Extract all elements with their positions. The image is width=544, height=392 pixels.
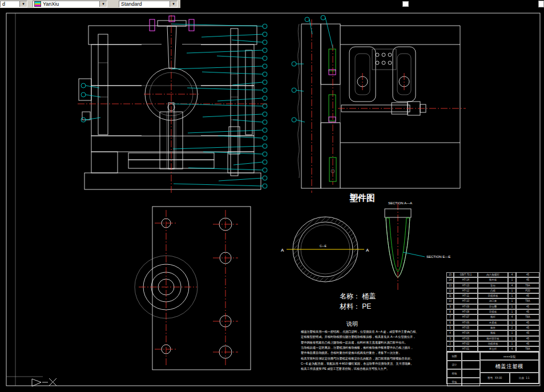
- parts-row: 14HT-14推件板145: [446, 277, 539, 282]
- notes-line: 当动模后退一定距离后，注塑机顶杆推动推板，推杆推动推件板将塑件从凸模上脱出，: [301, 346, 413, 350]
- layer-dropdown-value: YanXiu: [41, 1, 99, 7]
- part-figure-title: 塑件图: [349, 193, 375, 203]
- plate-top-view: [135, 207, 251, 370]
- drawing-number: XX-00: [495, 377, 502, 379]
- sig-value: [462, 369, 480, 378]
- chevron-down-icon[interactable]: ▼: [170, 1, 177, 7]
- signature-rows: 制图 设计 校核 审核: [447, 352, 480, 383]
- sig-label: 审核: [447, 378, 462, 386]
- parts-row: 5HT-05垫块245: [446, 325, 539, 330]
- parts-row: 4HT-04推板145: [446, 330, 539, 336]
- parts-row: 10HT-10浇口套1T8A: [446, 298, 539, 304]
- crosshair-cursor[interactable]: [49, 378, 57, 386]
- notes-body: 桶盖注塑模采用一模一腔结构，点浇口进料，分型面设在 A—A 处，成型零件主要由凸…: [301, 330, 419, 371]
- section-marker-a-left: A: [281, 248, 284, 253]
- window-artifact: [402, 1, 409, 7]
- sig-label: 设计: [447, 361, 462, 369]
- layer-icon: [34, 1, 41, 7]
- sig-label: 制图: [447, 352, 462, 361]
- parts-row: 3HT-03推杆固定板145: [446, 336, 539, 341]
- chevron-down-icon[interactable]: ▼: [19, 1, 27, 7]
- top-toolbar: d ▼ YanXiu ▼ Standard ▼: [0, 0, 544, 8]
- mold-section-front-view: [78, 15, 268, 194]
- scale-value: 1:1: [526, 377, 529, 379]
- section-a-label: SECTION A—A: [388, 201, 412, 205]
- mold-section-side-view: [298, 19, 466, 193]
- organization-name: ××××学院: [480, 352, 539, 360]
- drawing-number-cell: 图号 XX-00: [480, 373, 510, 383]
- part-name-line: 名称： 桶盖: [340, 292, 376, 300]
- fit-marker-ce: C—E: [320, 244, 327, 248]
- notes-line: 桶盖注塑模采用一模一腔结构，点浇口进料，分型面设在 A—A 处，成型零件主要由凸…: [301, 330, 419, 334]
- sig-label: 校核: [447, 369, 462, 378]
- title-block-right: ××××学院 桶盖注塑模 图号 XX-00 比例 1:1: [480, 352, 539, 383]
- notes-line: 模具工作温度按 PE 成型工艺要求控制，试模合格后方可投入生产。: [301, 367, 389, 371]
- parts-row: 8HT-08定模板145: [446, 309, 539, 314]
- scale-label: 比例: [519, 377, 524, 379]
- plastic-part-views: 塑件图 SECTION A—A A A C—E SECTION E—E: [281, 193, 450, 290]
- notes-line: 塑件靠自重自动脱落。合模时复位杆使推出机构先行复位，准备下一次注射。: [301, 351, 401, 355]
- sig-value: [462, 378, 480, 386]
- chevron-down-icon[interactable]: ▼: [99, 1, 107, 7]
- section-e-label: SECTION E—E: [426, 255, 450, 258]
- parts-row: 1HT-01复位杆4T8A: [446, 346, 539, 351]
- parts-row: 7HT-07推杆4T8A: [446, 314, 539, 320]
- sig-value: [462, 352, 480, 361]
- parts-row: 11HT-11定模座板145: [446, 293, 539, 298]
- command-dropdown-value: d: [1, 1, 19, 7]
- window-artifact: [538, 1, 544, 7]
- part-info-text: 名称： 桶盖 材料： PE 说明 桶盖注塑模采用一模一腔结构，点浇口进料，分型面…: [301, 292, 419, 371]
- notes-title: 说明: [346, 321, 358, 327]
- parts-list-table: 15GB/T 70.1内六角螺钉44514HT-14推件板14513HT-13导…: [446, 272, 539, 351]
- parts-row: 15GB/T 70.1内六角螺钉445: [446, 272, 539, 277]
- command-dropdown[interactable]: d ▼: [0, 1, 27, 7]
- sig-value: [462, 361, 480, 369]
- notes-line: C—E 处为配合面，装配后用 4-M10 螺钉紧固，各运动零件应滑动灵活、无卡滞…: [301, 362, 413, 366]
- notes-line: 定模板型腔组成。开模时动模部分随注塑机动模板后移，模具首先从 A—A 分型面分开…: [301, 335, 416, 339]
- parts-row: 12HT-12凸模1P20: [446, 288, 539, 293]
- scale-cell: 比例 1:1: [510, 373, 539, 383]
- callout-balloons: [81, 15, 333, 188]
- layer-dropdown[interactable]: YanXiu ▼: [33, 1, 107, 7]
- drawing-title: 桶盖注塑模: [480, 360, 539, 373]
- section-marker-a-right: A: [366, 248, 369, 253]
- text-style-dropdown-value: Standard: [119, 1, 170, 7]
- ucs-icon: [32, 379, 48, 386]
- cad-application: { "colors": { "annotation": "#00e5e5", "…: [0, 0, 544, 392]
- notes-line: 模具安装时应保证定位圈与注塑机定模板定位孔的配合，浇口套球面与喷嘴贴合良好。: [301, 357, 413, 361]
- notes-line: 塑件因收缩包紧在凸模上随动模一起后退，拉料杆将主流道凝料从浇口套中拉出。: [301, 341, 408, 345]
- title-block-bottom: 制图 设计 校核 审核 ××××学院 桶盖注塑模 图号 XX-00 比例 1:1: [446, 351, 539, 384]
- parts-row: 9HT-09定位圈145: [446, 304, 539, 309]
- parts-row: 13HT-13导柱4T8A: [446, 283, 539, 288]
- part-material-line: 材料： PE: [339, 302, 371, 310]
- parts-row: 2HT-02动模座板145: [446, 341, 539, 346]
- drawing-number-label: 图号: [487, 377, 493, 379]
- parts-row: 6HT-06支承板145: [446, 320, 539, 325]
- title-block: 15GB/T 70.1内六角螺钉44514HT-14推件板14513HT-13导…: [446, 272, 539, 385]
- text-style-dropdown[interactable]: Standard ▼: [119, 1, 178, 7]
